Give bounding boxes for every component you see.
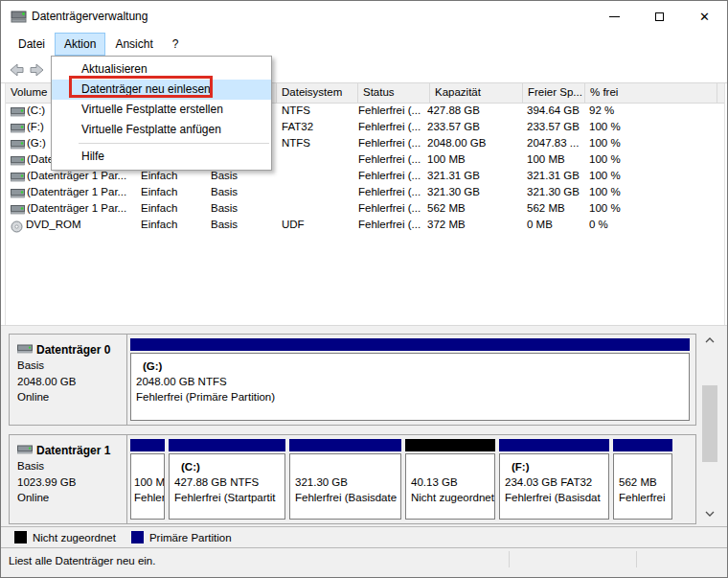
scroll-up-button[interactable]	[701, 332, 718, 348]
menu-item-aktion[interactable]: Aktion	[55, 33, 105, 56]
column-header-dateisystem[interactable]: Dateisystem	[277, 83, 358, 104]
column-header-status[interactable]: Status	[358, 83, 430, 104]
partition-color-bar	[130, 338, 690, 351]
volume-pct-free: 100 %	[589, 170, 666, 181]
scroll-down-button[interactable]	[701, 505, 718, 521]
menu-item-virtuelle-festplatte-anfuegen[interactable]: Virtuelle Festplatte anfügen	[52, 120, 271, 140]
volume-capacity: 372 MB	[427, 219, 518, 230]
partition-color-bar	[499, 439, 609, 451]
menu-item-datei[interactable]: Datei	[9, 33, 55, 56]
table-row[interactable]: (Datenträger 1 Par... Einfach Basis Fehl…	[6, 185, 724, 201]
partition-status: Fehlerfrei (Primäre Partition)	[136, 389, 689, 405]
partition-size: 321.30 GB	[295, 474, 400, 490]
partition-status: Nicht zugeordnet	[411, 490, 494, 505]
volume-free: 100 MB	[527, 153, 586, 165]
volume-status: Fehlerfrei (...	[358, 104, 428, 116]
menu-separator	[79, 143, 269, 144]
partition-unallocated[interactable]: 40.13 GB Nicht zugeordnet	[405, 439, 495, 520]
partition-f[interactable]: (F:) 234.03 GB FAT32 Fehlerfrei (Basisda…	[499, 439, 609, 520]
close-icon: ✕	[699, 11, 710, 23]
volume-capacity: 100 MB	[427, 153, 518, 165]
minimize-icon	[609, 16, 620, 17]
partition-color-bar	[405, 439, 495, 451]
volume-status: Fehlerfrei (...	[358, 153, 428, 165]
disk-1-label[interactable]: Datenträger 1 Basis 1023.99 GB Online	[10, 435, 127, 523]
partition-color-bar	[613, 439, 672, 451]
forward-button[interactable]	[27, 59, 47, 80]
partition-basic-1[interactable]: 321.30 GB Fehlerfrei (Basisdate	[289, 439, 401, 520]
partition-system[interactable]: 100 MB Fehlerfrei	[130, 439, 165, 520]
table-row[interactable]: (Datenträger 1 Par... Einfach Basis Fehl…	[6, 201, 724, 218]
volume-layout: Einfach	[141, 202, 208, 214]
disk-0-label[interactable]: Datenträger 0 Basis 2048.00 GB Online	[10, 335, 127, 425]
column-header-freier-sp[interactable]: Freier Sp...	[523, 83, 585, 104]
partition-status: Fehlerfrei	[619, 490, 671, 505]
volume-free: 321.31 GB	[527, 170, 586, 181]
disk-graph-panel: Datenträger 0 Basis 2048.00 GB Online (G…	[1, 325, 728, 526]
table-row[interactable]: DVD_ROM Einfach Basis UDF Fehlerfrei (..…	[6, 218, 724, 234]
disk-state: Online	[17, 389, 126, 405]
volume-status: Fehlerfrei (...	[358, 170, 428, 181]
statusbar-divider	[509, 551, 510, 567]
maximize-button[interactable]	[637, 1, 682, 32]
volume-name: (Datenträger 1 Par...	[27, 186, 138, 197]
disk-management-window: Datenträgerverwaltung ✕ Datei Aktion Ans…	[0, 0, 728, 578]
legend-swatch-unallocated	[14, 531, 27, 543]
maximize-icon	[655, 12, 664, 21]
volume-capacity: 321.31 GB	[427, 170, 518, 181]
volume-name: (Datenträger 1 Par...	[27, 170, 138, 181]
close-button[interactable]: ✕	[682, 1, 727, 32]
disk-name: Datenträger 0	[36, 342, 110, 358]
partition-g[interactable]: (G:) 2048.00 GB NTFS Fehlerfrei (Primäre…	[130, 338, 690, 421]
volume-pct-free: 92 %	[589, 104, 666, 116]
aktion-dropdown-menu: Aktualisieren Datenträger neu einlesen V…	[51, 56, 272, 171]
volume-free: 233.57 GB	[527, 121, 586, 132]
volume-pct-free: 0 %	[589, 219, 666, 230]
volume-free: 0 MB	[527, 219, 586, 230]
vertical-scrollbar[interactable]	[701, 332, 718, 521]
partition-size: 234.03 GB FAT32	[505, 474, 608, 490]
status-bar: Liest alle Datenträger neu ein.	[1, 548, 728, 577]
partition-color-bar	[169, 439, 285, 451]
volume-pct-free: 100 %	[589, 202, 666, 214]
volume-status: Fehlerfrei (...	[358, 202, 428, 214]
scrollbar-thumb[interactable]	[702, 385, 717, 462]
partition-letter	[134, 459, 164, 474]
column-header-kapazitaet[interactable]: Kapazität	[430, 83, 523, 104]
minimize-button[interactable]	[592, 1, 637, 32]
partition-color-bar	[289, 439, 401, 451]
arrow-left-icon	[7, 60, 26, 80]
disk-icon	[17, 342, 33, 358]
drive-icon	[11, 172, 25, 184]
chevron-down-icon	[705, 511, 715, 517]
menu-item-hilfe-dropdown[interactable]: Hilfe	[52, 147, 271, 167]
menu-item-virtuelle-festplatte-erstellen[interactable]: Virtuelle Festplatte erstellen	[52, 100, 271, 120]
disk-size: 1023.99 GB	[17, 474, 126, 491]
volume-name: (Datenträger 1 Par...	[27, 202, 138, 214]
statusbar-divider	[636, 551, 637, 567]
volume-status: Fehlerfrei (...	[358, 137, 428, 149]
window-title: Datenträgerverwaltung	[32, 10, 148, 23]
partition-size: 2048.00 GB NTFS	[136, 374, 689, 389]
back-button[interactable]	[6, 59, 26, 80]
menu-item-ansicht[interactable]: Ansicht	[105, 33, 162, 56]
volume-free: 394.64 GB	[527, 104, 586, 116]
partition-letter: (G:)	[136, 358, 689, 374]
partition-letter: (F:)	[505, 459, 608, 474]
partition-size: 427.88 GB NTFS	[174, 474, 284, 490]
legend-label-primary: Primäre Partition	[149, 532, 232, 543]
column-header-pct-frei[interactable]: % frei	[585, 83, 717, 104]
partition-basic-2[interactable]: 562 MB Fehlerfrei	[613, 439, 672, 520]
partition-status: Fehlerfrei (Basisdate	[295, 490, 400, 505]
volume-free: 2047.83 ...	[527, 137, 586, 149]
volume-free: 321.30 GB	[527, 186, 586, 197]
table-row[interactable]: (Datenträger 1 Par... Einfach Basis Fehl…	[6, 169, 724, 185]
partition-c[interactable]: (C:) 427.88 GB NTFS Fehlerfrei (Startpar…	[169, 439, 285, 520]
volume-typ: Basis	[211, 186, 278, 197]
volume-pct-free: 100 %	[589, 121, 666, 132]
menu-item-hilfe[interactable]: ?	[163, 33, 189, 56]
volume-layout: Einfach	[141, 219, 208, 230]
volume-typ: Basis	[211, 219, 278, 230]
volume-capacity: 321.30 GB	[427, 186, 518, 197]
partition-color-bar	[130, 439, 165, 451]
